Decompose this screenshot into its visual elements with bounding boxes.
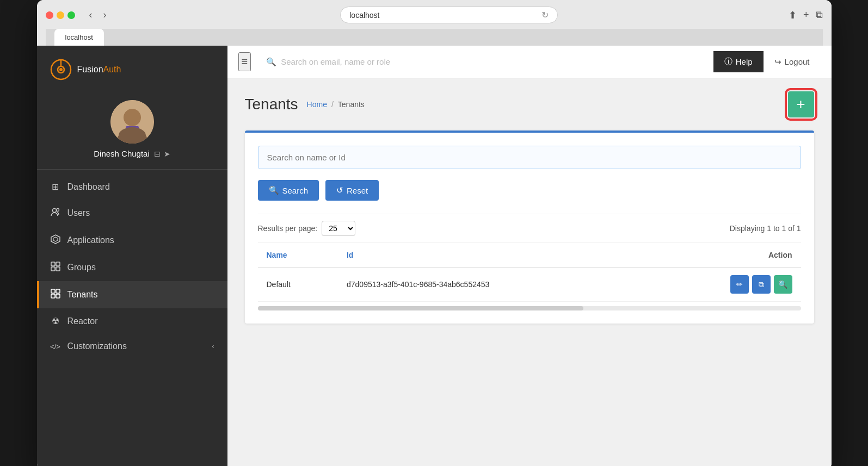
svg-rect-16 (51, 289, 55, 293)
svg-rect-17 (56, 289, 60, 293)
logout-icon: ↪ (774, 57, 781, 67)
search-actions: 🔍 Search ↺ Reset (258, 180, 801, 201)
send-icon[interactable]: ➤ (164, 150, 170, 158)
browser-tab[interactable]: localhost (54, 29, 104, 46)
sidebar-item-label: Reactor (67, 316, 98, 326)
logo-auth: Auth (103, 65, 121, 74)
sidebar-item-users[interactable]: Users (37, 200, 227, 227)
users-icon (50, 207, 61, 219)
sidebar: FusionAuth Dinesh Chugtai ⊟ (37, 46, 227, 466)
search-icon: 🔍 (266, 57, 276, 67)
search-placeholder: Search on email, name or role (281, 57, 390, 66)
sidebar-item-customizations[interactable]: </> Customizations ‹ (37, 334, 227, 359)
sidebar-item-applications[interactable]: Applications (37, 227, 227, 254)
sidebar-item-dashboard[interactable]: ⊞ Dashboard (37, 174, 227, 200)
horizontal-scrollbar[interactable] (258, 306, 801, 310)
col-id[interactable]: Id (338, 243, 648, 268)
avatar (110, 100, 154, 144)
reset-button[interactable]: ↺ Reset (325, 180, 379, 201)
sidebar-logo: FusionAuth (37, 46, 227, 91)
svg-point-5 (124, 109, 141, 126)
customizations-icon: </> (50, 343, 61, 351)
help-button[interactable]: ⓘ Help (713, 51, 764, 72)
svg-rect-15 (56, 267, 60, 271)
svg-marker-11 (53, 237, 58, 241)
svg-rect-13 (56, 262, 60, 266)
svg-point-9 (56, 209, 59, 212)
results-per-page-label: Results per page: (258, 224, 318, 233)
table-header-row: Name Id Action (258, 243, 801, 268)
expand-icon: ‹ (212, 343, 214, 350)
dashboard-icon: ⊞ (50, 182, 61, 192)
page-header: Tenants Home / Tenants + (245, 91, 814, 117)
sidebar-navigation: ⊞ Dashboard Users (37, 170, 227, 466)
tenants-table: Name Id Action Default d7d09513-a3f5-401… (258, 243, 801, 302)
share-icon[interactable]: ⬆ (789, 9, 797, 21)
results-count: Displaying 1 to 1 of 1 (730, 224, 801, 233)
copy-button[interactable]: ⧉ (752, 275, 771, 294)
edit-button[interactable]: ✏ (730, 275, 749, 294)
sidebar-item-label: Applications (67, 235, 114, 245)
logout-button[interactable]: ↪ Logout (764, 52, 821, 72)
svg-marker-10 (51, 235, 60, 244)
header-actions: ⓘ Help ↪ Logout (713, 51, 821, 72)
results-per-page: Results per page: 25 50 100 (258, 221, 356, 236)
svg-point-3 (59, 68, 63, 71)
view-icon: 🔍 (778, 280, 787, 289)
profile-icons: ⊟ ➤ (154, 150, 170, 158)
tenants-icon (50, 289, 61, 301)
logo-text: FusionAuth (77, 65, 121, 74)
breadcrumb-home[interactable]: Home (307, 100, 327, 109)
page-title-area: Tenants Home / Tenants (245, 96, 365, 113)
col-name[interactable]: Name (258, 243, 338, 268)
svg-rect-7 (126, 126, 139, 134)
sidebar-item-tenants[interactable]: Tenants (37, 281, 227, 308)
search-button[interactable]: 🔍 Search (258, 180, 319, 201)
row-actions-cell: ✏ ⧉ 🔍 (648, 268, 801, 302)
sidebar-item-label: Dashboard (67, 182, 110, 192)
fusionauth-logo-icon (50, 59, 72, 80)
url-text: localhost (349, 11, 379, 20)
close-button[interactable] (46, 11, 53, 19)
breadcrumb: Home / Tenants (307, 100, 365, 109)
new-tab-icon[interactable]: + (803, 9, 809, 21)
table-row: Default d7d09513-a3f5-401c-9685-34ab6c55… (258, 268, 801, 302)
reload-icon[interactable]: ↻ (541, 10, 549, 20)
forward-button[interactable]: › (100, 8, 110, 22)
sidebar-item-label: Users (67, 208, 90, 218)
minimize-button[interactable] (57, 11, 64, 19)
sidebar-item-label: Tenants (67, 290, 98, 300)
reactor-icon: ☢ (50, 316, 61, 326)
breadcrumb-current: Tenants (338, 100, 365, 109)
sidebar-item-label: Customizations (67, 341, 127, 351)
edit-icon: ✏ (736, 280, 743, 289)
col-action: Action (648, 243, 801, 268)
tenant-id: d7d09513-a3f5-401c-9685-34ab6c552453 (338, 268, 648, 302)
avatar-image (110, 100, 154, 144)
scrollbar-thumb (258, 306, 584, 310)
svg-rect-14 (51, 267, 55, 271)
main-content: ≡ 🔍 Search on email, name or role ⓘ Help… (227, 46, 832, 466)
results-header: Results per page: 25 50 100 Displaying 1… (258, 214, 801, 243)
groups-icon (50, 262, 61, 274)
search-input[interactable] (258, 146, 801, 169)
view-button[interactable]: 🔍 (774, 275, 792, 294)
search-btn-icon: 🔍 (269, 185, 279, 195)
page-content: Tenants Home / Tenants + 🔍 (227, 78, 832, 466)
sidebar-item-groups[interactable]: Groups (37, 254, 227, 281)
add-tenant-button[interactable]: + (788, 91, 814, 117)
table-body: Default d7d09513-a3f5-401c-9685-34ab6c55… (258, 268, 801, 302)
sidebar-item-reactor[interactable]: ☢ Reactor (37, 308, 227, 334)
back-button[interactable]: ‹ (86, 8, 96, 22)
menu-toggle-button[interactable]: ≡ (238, 52, 251, 71)
per-page-select[interactable]: 25 50 100 (322, 221, 355, 236)
address-bar[interactable]: localhost ↻ (340, 7, 558, 23)
maximize-button[interactable] (67, 11, 75, 19)
help-circle-icon: ⓘ (724, 57, 732, 67)
user-name: Dinesh Chugtai ⊟ ➤ (94, 149, 170, 158)
copy-icon: ⧉ (759, 280, 764, 289)
svg-point-6 (117, 129, 147, 144)
tabs-icon[interactable]: ⧉ (816, 9, 823, 21)
id-card-icon[interactable]: ⊟ (154, 150, 161, 158)
global-search-area: 🔍 Search on email, name or role (257, 53, 707, 71)
